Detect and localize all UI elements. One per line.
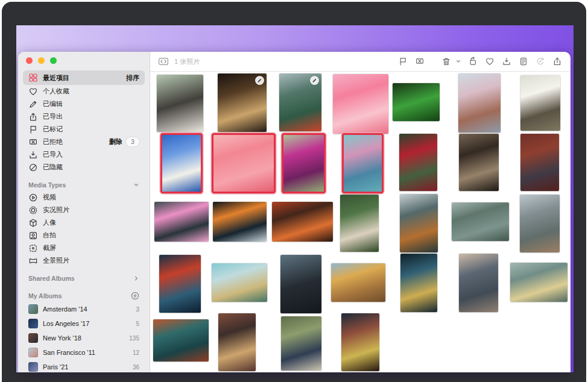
photo-sparkle-woman[interactable] <box>459 134 499 191</box>
heart-icon[interactable] <box>484 56 495 67</box>
sidebar-item-video[interactable]: 视频 <box>23 191 145 204</box>
my-albums-header[interactable]: My Albums <box>23 290 145 302</box>
photo-hikers[interactable] <box>281 316 321 371</box>
photo-count-status: 1 张照片 <box>174 57 200 66</box>
album-row[interactable]: Paris '2136 <box>23 360 145 372</box>
photo-white-blossom[interactable] <box>520 75 560 131</box>
hidden-icon <box>28 163 38 172</box>
sidebar-item-heart[interactable]: 个人收藏 <box>23 85 145 98</box>
photo-great-wall[interactable] <box>520 195 560 252</box>
chevron-down-icon[interactable] <box>133 182 139 188</box>
photo-teal-field-woman[interactable] <box>212 263 267 302</box>
panorama-icon <box>28 256 38 266</box>
trash-icon[interactable] <box>441 56 452 67</box>
photo-temple-red[interactable] <box>272 202 333 242</box>
photo-tree-frog[interactable] <box>393 83 440 121</box>
album-row[interactable]: New York '18135 <box>23 331 145 345</box>
photo-hk-bridge[interactable] <box>279 74 321 131</box>
photo-dark-hair-profile[interactable] <box>280 255 321 313</box>
album-row[interactable]: Los Angeles '175 <box>23 316 145 331</box>
clipboard-icon[interactable] <box>518 56 529 67</box>
photo-night-highway[interactable] <box>400 254 437 312</box>
screenshot-icon <box>28 243 38 253</box>
sidebar-item-label: 已导出 <box>43 112 63 121</box>
sidebar-item-panorama[interactable]: 全景照片 <box>23 254 145 267</box>
toolbar: 1 张照片 <box>150 52 571 72</box>
album-row[interactable]: San Francisco '1112 <box>23 345 145 360</box>
photo-stair-woman[interactable] <box>153 319 209 362</box>
media-types-header[interactable]: Media Types <box>23 179 145 191</box>
sidebar-item-label: 自拍 <box>43 231 56 240</box>
album-name: Los Angeles '17 <box>43 320 89 327</box>
sidebar-item-reject[interactable]: 已拒绝删除3 <box>23 136 145 148</box>
album-name: Paris '21 <box>43 363 68 371</box>
photo-night-market[interactable] <box>341 313 379 371</box>
sidebar-item-label: 人像 <box>43 218 56 227</box>
album-count: 135 <box>129 335 139 342</box>
photo-golden-field[interactable] <box>331 263 385 302</box>
photo-woman-portrait[interactable] <box>157 75 203 132</box>
sidebar-item-label: 截屏 <box>43 243 56 252</box>
photo-foliage-woman[interactable] <box>340 195 379 252</box>
photo-koi-pond[interactable] <box>213 202 267 242</box>
sidebar-item-flag[interactable]: 已标记 <box>23 123 145 136</box>
thumbnail-size-icon[interactable] <box>158 57 169 66</box>
photo-geisha-fan[interactable] <box>520 134 559 191</box>
reject-icon <box>28 137 38 147</box>
video-icon <box>28 193 38 202</box>
photo-camera-man[interactable] <box>459 254 498 312</box>
photo-rose-bush-woman[interactable] <box>399 134 437 191</box>
album-count: 36 <box>133 364 139 371</box>
close-button[interactable] <box>26 57 33 64</box>
my-albums-label: My Albums <box>28 292 62 299</box>
sidebar-item-selfie[interactable]: 自拍 <box>23 229 145 242</box>
sidebar-item-pencil[interactable]: 已编辑 <box>23 98 145 110</box>
add-album-icon[interactable] <box>131 292 139 300</box>
photo-pagoda-blossom[interactable] <box>458 74 501 133</box>
media-types-label: Media Types <box>28 181 66 189</box>
sort-button[interactable]: 排序 <box>126 74 139 83</box>
sidebar-item-label: 已编辑 <box>43 99 63 108</box>
sidebar-item-recents[interactable]: 最近项目排序 <box>23 70 145 85</box>
sidebar-item-label: 实况照片 <box>43 205 69 214</box>
delete-button[interactable]: 删除 <box>109 137 122 146</box>
sidebar-item-hidden[interactable]: 已隐藏 <box>23 161 145 174</box>
share-icon[interactable] <box>552 56 563 67</box>
sidebar: 最近项目排序个人收藏已编辑已导出已标记已拒绝删除3已导入已隐藏 Media Ty… <box>18 52 150 372</box>
photo-neon-alley[interactable] <box>159 255 201 313</box>
heart-icon <box>28 87 38 96</box>
live-icon <box>28 205 38 215</box>
zoom-button[interactable] <box>50 57 57 64</box>
photo-magenta-peony[interactable] <box>282 133 326 193</box>
photo-pink-peony[interactable] <box>212 133 276 193</box>
shared-albums-header[interactable]: Shared Albums <box>23 272 145 284</box>
sidebar-item-label: 已拒绝 <box>43 137 63 146</box>
rotate-icon[interactable] <box>467 56 478 67</box>
album-thumbnail <box>28 348 38 357</box>
revert-icon[interactable] <box>535 56 546 67</box>
photo-autumn-valley[interactable] <box>400 194 438 252</box>
photo-rose-frog[interactable] <box>333 74 388 134</box>
album-row[interactable]: Amsterdam '143 <box>23 302 145 316</box>
album-thumbnail <box>28 333 38 343</box>
chevron-down-icon[interactable] <box>455 58 461 64</box>
photo-waterlily-art[interactable] <box>342 133 384 193</box>
chevron-right-icon[interactable] <box>133 275 139 281</box>
photo-sea-couple[interactable] <box>510 263 567 302</box>
photo-street-bikes[interactable] <box>218 313 256 371</box>
photo-blossom-sky[interactable] <box>160 133 203 193</box>
flag-icon[interactable] <box>397 56 408 67</box>
reject-icon[interactable] <box>414 56 425 67</box>
photo-pink-lilies[interactable] <box>154 202 209 242</box>
sidebar-item-export[interactable]: 已导出 <box>23 110 145 123</box>
minimize-button[interactable] <box>38 57 45 64</box>
sidebar-item-screenshot[interactable]: 截屏 <box>23 242 145 254</box>
sidebar-item-portrait[interactable]: 人像 <box>23 216 145 229</box>
edited-pencil-badge <box>310 76 319 85</box>
sidebar-item-import[interactable]: 已导入 <box>23 148 145 161</box>
sidebar-item-live[interactable]: 实况照片 <box>23 204 145 216</box>
count-badge: 3 <box>126 137 139 146</box>
photo-karst-pillars[interactable] <box>452 202 509 241</box>
import-icon[interactable] <box>501 56 512 67</box>
photo-tea-pouring[interactable] <box>218 74 267 132</box>
